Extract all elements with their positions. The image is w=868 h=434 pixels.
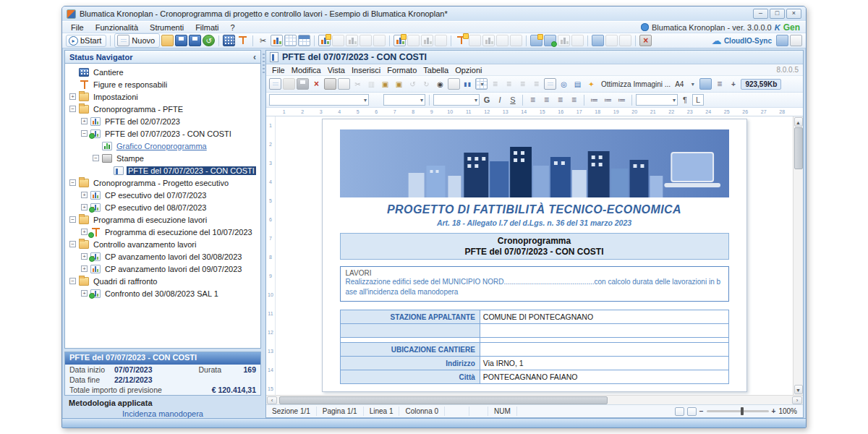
doc-table-grid-icon[interactable] xyxy=(475,78,488,90)
avanzamento-active-icon[interactable] xyxy=(544,35,556,46)
tree-item-cp-esecutivo-07-07-2023[interactable]: + CP esecutivo del 07/07/2023 xyxy=(65,189,260,201)
tree-item-grafico-cronoprogramma[interactable]: Grafico Cronoprogramma xyxy=(65,140,260,152)
expander-icon[interactable]: − xyxy=(81,130,88,137)
tree-item-programma-di-esecuzione-10-07-2023[interactable]: + Programma di esecuzione del 10/07/2023 xyxy=(65,226,260,238)
scroll-right-icon[interactable]: › xyxy=(792,396,802,404)
doc-form-icon[interactable] xyxy=(571,78,584,90)
minimize-button[interactable]: – xyxy=(753,9,768,19)
title-bar[interactable]: Blumatica Kronoplan - Cronoprogramma di … xyxy=(62,7,806,21)
doc-menu-vista[interactable]: Vista xyxy=(328,66,352,75)
nuovo-button[interactable]: Nuovo xyxy=(114,33,160,48)
align-center-icon[interactable] xyxy=(540,94,553,106)
tree-item-confronto-30-08-2023-sal-1[interactable]: + Confronto del 30/08/2023 SAL 1 xyxy=(65,287,260,299)
confronto-icon[interactable] xyxy=(592,35,604,46)
expander-icon[interactable]: + xyxy=(81,253,88,260)
tree-item-cronoprogramma-progetto-esecutivo[interactable]: − Cronoprogramma - Progetto esecutivo xyxy=(65,176,260,189)
menu-funzionalita[interactable]: Funzionalità xyxy=(90,22,144,33)
new-cp-esecutivo-icon[interactable] xyxy=(393,35,406,46)
vertical-scrollbar[interactable]: ▲ ▼ xyxy=(793,116,803,395)
doc-new-icon[interactable] xyxy=(269,78,281,90)
tree-item-cp-avanzamento-09-07-2023[interactable]: + CP avanzamento lavori del 09/07/2023 xyxy=(65,263,260,275)
expander-icon[interactable]: − xyxy=(69,216,76,223)
new-avanzamento-icon[interactable] xyxy=(530,35,542,46)
expander-icon[interactable]: − xyxy=(69,179,76,186)
tree-item-controllo-avanzamento-lavori[interactable]: − Controllo avanzamento lavori xyxy=(65,238,260,250)
doc-page-check-icon[interactable] xyxy=(448,78,460,90)
export-icon[interactable] xyxy=(790,35,802,46)
menu-strumenti[interactable]: Strumenti xyxy=(144,22,190,33)
align-justify-icon[interactable] xyxy=(568,94,580,106)
menu-file[interactable]: File xyxy=(65,22,90,33)
doc-menu-tabella[interactable]: Tabella xyxy=(423,66,455,75)
optimize-images-icon[interactable] xyxy=(585,78,597,90)
scroll-left-icon[interactable]: ‹ xyxy=(267,396,277,404)
expander-icon[interactable]: + xyxy=(69,93,76,100)
expander-icon[interactable]: + xyxy=(81,229,88,235)
bulleted-list-icon[interactable] xyxy=(588,94,600,106)
figure-responsabili-icon[interactable] xyxy=(237,35,249,46)
menu-filmati[interactable]: Filmati xyxy=(190,22,224,33)
tree-item-pfte-07-07-2023-con-costi[interactable]: − PFTE del 07/07/2023 - CON COSTI xyxy=(65,127,260,140)
expander-icon[interactable]: + xyxy=(81,192,88,198)
new-programma-icon[interactable] xyxy=(455,35,467,46)
align-right-icon[interactable] xyxy=(554,94,566,106)
doc-move-icon[interactable] xyxy=(727,78,739,90)
bold-button[interactable]: G xyxy=(481,94,493,106)
fit-page-icon[interactable] xyxy=(687,407,697,416)
italic-button[interactable]: I xyxy=(494,94,506,106)
expander-icon[interactable]: + xyxy=(81,118,88,124)
doc-menu-modifica[interactable]: Modifica xyxy=(292,66,328,75)
doc-menu-formato[interactable]: Formato xyxy=(387,66,423,75)
horizontal-scrollbar[interactable]: ‹ › xyxy=(266,395,803,404)
font-family-select[interactable] xyxy=(269,94,369,106)
tree-item-pfte-02-07-2023[interactable]: + PFTE del 02/07/2023 xyxy=(65,115,260,127)
optimize-images-label[interactable]: Ottimizza Immagini ... xyxy=(601,80,671,88)
tree-item-cp-avanzamento-30-08-2023[interactable]: + CP avanzamento lavori del 30/08/2023 xyxy=(65,250,260,263)
tree-item-impostazioni[interactable]: + Impostazioni xyxy=(65,90,260,103)
expander-icon[interactable]: − xyxy=(69,241,76,247)
doc-align-icon[interactable] xyxy=(713,78,726,90)
vertical-scroll-thumb[interactable] xyxy=(794,127,803,169)
expander-icon[interactable]: + xyxy=(81,265,88,272)
tree-item-quadri-di-raffronto[interactable]: − Quadri di raffronto xyxy=(65,275,260,287)
tree-item-cronoprogramma-pfte[interactable]: − Cronoprogramma - PFTE xyxy=(65,103,260,115)
close-button[interactable]: × xyxy=(786,9,801,19)
chart-icon[interactable] xyxy=(271,35,283,46)
doc-map-icon[interactable] xyxy=(544,78,556,90)
doc-menu-inserisci[interactable]: Inserisci xyxy=(352,66,387,75)
scroll-down-icon[interactable]: ▼ xyxy=(794,385,803,394)
expander-icon[interactable]: − xyxy=(69,278,76,284)
doc-columns-icon[interactable] xyxy=(461,78,474,90)
document-page[interactable]: PROGETTO DI FATTIBILITÀ TECNICO-ECONOMIC… xyxy=(322,119,747,392)
doc-print-preview-icon[interactable] xyxy=(338,78,350,90)
tree-item-figure-e-responsabili[interactable]: Figure e responsabili xyxy=(65,78,260,90)
collapse-sidebar-button[interactable]: ‹ xyxy=(253,52,256,62)
zoom-slider[interactable] xyxy=(707,410,769,412)
cloud-sync-icon[interactable] xyxy=(710,35,723,46)
zoom-select[interactable] xyxy=(636,94,678,106)
style-select[interactable] xyxy=(433,94,480,106)
doc-zoom-icon[interactable] xyxy=(558,78,570,90)
doc-paste-icon[interactable] xyxy=(379,78,391,90)
tree-item-stampe[interactable]: − Stampe xyxy=(65,152,260,164)
font-size-select[interactable] xyxy=(383,94,425,106)
document-canvas[interactable]: PROGETTO DI FATTIBILITÀ TECNICO-ECONOMIC… xyxy=(276,116,793,395)
horizontal-scroll-thumb[interactable] xyxy=(279,396,608,404)
fit-width-icon[interactable] xyxy=(675,407,684,416)
tree-item-programma-di-esecuzione-lavori[interactable]: − Programma di esecuzione lavori xyxy=(65,213,260,226)
open-icon[interactable] xyxy=(161,35,174,46)
cantiere-icon[interactable] xyxy=(223,35,235,46)
expander-icon[interactable] xyxy=(93,142,99,149)
align-left-icon[interactable] xyxy=(527,94,539,106)
maximize-button[interactable]: □ xyxy=(770,9,785,19)
save-as-icon[interactable] xyxy=(189,35,201,46)
doc-menu-file[interactable]: File xyxy=(272,66,292,75)
underline-button[interactable]: S xyxy=(507,94,519,106)
doc-find-icon[interactable] xyxy=(434,78,446,90)
expander-icon[interactable] xyxy=(69,69,76,75)
contacts-sync-icon[interactable] xyxy=(776,35,788,46)
tree-item-cantiere[interactable]: Cantiere xyxy=(65,66,260,78)
new-pfte-icon[interactable] xyxy=(318,35,331,46)
expander-icon[interactable]: − xyxy=(93,155,99,161)
table-icon[interactable] xyxy=(284,35,297,46)
